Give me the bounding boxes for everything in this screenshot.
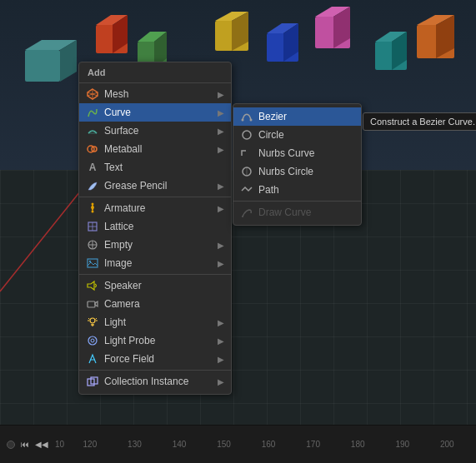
empty-arrow: ▶ <box>218 241 224 250</box>
nurbs-curve-label: Nurbs Curve <box>258 147 354 159</box>
nurbs-curve-icon <box>240 147 253 160</box>
camera-label: Camera <box>104 298 224 310</box>
menu-item-mesh[interactable]: Mesh ▶ <box>79 85 231 103</box>
surface-label: Surface <box>104 125 213 137</box>
armature-label: Armature <box>104 202 213 214</box>
tick-200: 200 <box>425 440 470 449</box>
svg-point-31 <box>243 131 251 139</box>
draw-curve-icon <box>240 206 253 219</box>
submenu-item-draw-curve[interactable]: Draw Curve <box>233 203 361 222</box>
sep-1 <box>79 197 231 197</box>
light-arrow: ▶ <box>218 318 224 327</box>
image-label: Image <box>104 257 213 269</box>
bezier-tooltip: Construct a Bezier Curve. <box>363 112 476 131</box>
collection-icon <box>86 375 99 388</box>
menu-item-light[interactable]: Light ▶ <box>79 313 231 331</box>
bezier-label: Bezier <box>258 111 354 122</box>
text-label: Text <box>104 162 224 173</box>
svg-point-60 <box>91 339 94 342</box>
svg-point-39 <box>92 203 94 206</box>
surface-icon <box>86 124 99 137</box>
lightprobe-arrow: ▶ <box>218 336 224 346</box>
armature-icon <box>86 202 99 215</box>
lattice-icon <box>86 220 99 233</box>
speaker-label: Speaker <box>104 280 224 291</box>
menu-item-surface[interactable]: Surface ▶ <box>79 122 231 140</box>
curve-submenu: Bezier Circle Nurbs Curve <box>233 103 362 226</box>
curve-arrow: ▶ <box>218 108 224 117</box>
curve-submenu-separator <box>233 201 361 202</box>
surface-arrow: ▶ <box>218 127 224 136</box>
add-menu: Add Mesh ▶ Curve ▶ Bezier <box>78 62 232 395</box>
submenu-item-nurbs-circle[interactable]: Nurbs Circle <box>233 162 361 181</box>
circle-icon <box>240 128 253 142</box>
path-icon <box>240 183 253 197</box>
menu-item-camera[interactable]: Camera <box>79 295 231 313</box>
svg-point-30 <box>250 119 253 122</box>
submenu-item-nurbs-curve[interactable]: Nurbs Curve <box>233 144 361 162</box>
playback-dot[interactable] <box>7 441 15 449</box>
forcefield-icon <box>86 352 99 366</box>
jump-start-button[interactable]: ⏮ <box>18 438 32 451</box>
menu-item-forcefield[interactable]: Force Field ▶ <box>79 350 231 368</box>
submenu-item-bezier[interactable]: Bezier <box>233 107 361 126</box>
svg-point-59 <box>88 336 97 345</box>
nurbs-circle-icon <box>240 165 253 178</box>
path-label: Path <box>258 184 354 196</box>
submenu-item-circle[interactable]: Circle <box>233 126 361 144</box>
svg-rect-47 <box>88 259 98 267</box>
metaball-label: Metaball <box>104 143 213 155</box>
menu-item-armature[interactable]: Armature ▶ <box>79 199 231 217</box>
svg-rect-50 <box>88 301 95 307</box>
tick-190: 190 <box>380 440 425 449</box>
forcefield-label: Force Field <box>104 353 213 365</box>
menu-separator <box>79 82 231 83</box>
menu-item-speaker[interactable]: Speaker <box>79 276 231 295</box>
menu-item-metaball[interactable]: Metaball ▶ <box>79 140 231 158</box>
bezier-icon <box>240 110 253 123</box>
svg-rect-1 <box>25 50 60 82</box>
svg-marker-49 <box>88 281 94 290</box>
forcefield-arrow: ▶ <box>218 355 224 364</box>
mesh-arrow: ▶ <box>218 90 224 99</box>
light-icon <box>86 316 99 329</box>
light-label: Light <box>104 316 213 328</box>
menu-item-image[interactable]: Image ▶ <box>79 254 231 272</box>
tick-160: 160 <box>246 440 291 449</box>
menu-item-lattice[interactable]: Lattice <box>79 217 231 236</box>
tick-130: 130 <box>113 440 158 449</box>
svg-point-52 <box>90 318 95 323</box>
svg-point-29 <box>242 119 244 122</box>
metaball-arrow: ▶ <box>218 145 224 154</box>
timeline-controls: ⏮ ◀◀ <box>7 438 48 451</box>
curve-icon <box>86 106 99 119</box>
grease-icon <box>86 179 99 192</box>
tick-140: 140 <box>157 440 202 449</box>
menu-title: Add <box>79 66 231 81</box>
menu-item-empty[interactable]: Empty ▶ <box>79 236 231 254</box>
nurbs-circle-label: Nurbs Circle <box>258 166 354 177</box>
speaker-icon <box>86 279 99 292</box>
submenu-item-path[interactable]: Path <box>233 181 361 199</box>
timeline-ruler: 10 120 130 140 150 160 170 180 190 200 <box>55 426 469 463</box>
svg-line-57 <box>88 318 90 320</box>
menu-item-text[interactable]: A Text <box>79 158 231 177</box>
lightprobe-label: Light Probe <box>104 335 213 346</box>
prev-frame-button[interactable]: ◀◀ <box>35 438 48 451</box>
menu-item-grease[interactable]: Grease Pencil ▶ <box>79 177 231 195</box>
menu-item-curve[interactable]: Curve ▶ Bezier Circle <box>79 103 231 122</box>
tick-150: 150 <box>202 440 247 449</box>
timeline: ⏮ ◀◀ 10 120 130 140 150 160 170 180 190 … <box>0 425 476 463</box>
menu-item-collection[interactable]: Collection Instance ▶ <box>79 372 231 391</box>
svg-point-40 <box>92 211 94 213</box>
mesh-label: Mesh <box>104 88 213 100</box>
image-icon <box>86 256 99 270</box>
empty-icon <box>86 238 99 251</box>
lattice-label: Lattice <box>104 221 224 232</box>
grease-label: Grease Pencil <box>104 180 213 192</box>
lightprobe-icon <box>86 334 99 347</box>
menu-item-lightprobe[interactable]: Light Probe ▶ <box>79 331 231 350</box>
sep-3 <box>79 370 231 371</box>
grease-arrow: ▶ <box>218 182 224 191</box>
armature-arrow: ▶ <box>218 204 224 213</box>
